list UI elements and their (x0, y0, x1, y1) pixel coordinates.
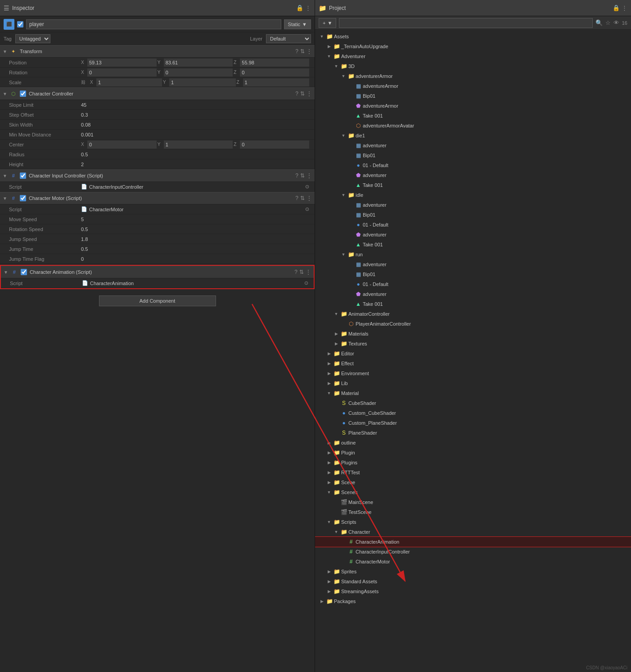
tree-item-bip01-1[interactable]: ▦Bip01 (315, 91, 631, 101)
tree-item-custom-plane-shader[interactable]: ●Custom_PlaneShader (315, 418, 631, 428)
tree-item-terrain-auto-upgrade[interactable]: ▶📁_TerrainAutoUpgrade (315, 41, 631, 51)
object-name-input[interactable] (26, 19, 281, 29)
rotation-y-input[interactable] (164, 68, 233, 77)
scale-x-input[interactable] (96, 78, 162, 86)
cm-checkbox[interactable] (20, 195, 26, 201)
tree-item-scene[interactable]: ▶📁Scene (315, 477, 631, 487)
tree-item-animator-controller[interactable]: ▼📁AnimatorController (315, 309, 631, 319)
scale-z-input[interactable] (243, 78, 310, 86)
transform-help-icon[interactable]: ? (295, 48, 298, 54)
layer-dropdown[interactable]: Default (266, 34, 311, 43)
ca-checkbox[interactable] (21, 269, 27, 275)
tag-dropdown[interactable]: Untagged (15, 34, 50, 43)
ca-menu-icon[interactable]: ⋮ (306, 269, 311, 275)
tree-item-character-motor[interactable]: #CharacterMotor (315, 557, 631, 567)
position-z-input[interactable] (240, 59, 309, 67)
character-motor-header[interactable]: ▼ # Character Motor (Script) ? ⇅ ⋮ (0, 192, 315, 204)
tree-item-die1[interactable]: ▼📁die1 (315, 131, 631, 141)
tree-item-idle[interactable]: ▼📁idle (315, 190, 631, 200)
search-icon[interactable]: 🔍 (595, 19, 603, 26)
character-animation-header[interactable]: ▼ # Character Animation (Script) ? ⇅ ⋮ (1, 266, 314, 278)
project-menu-icon[interactable]: ⋮ (622, 5, 627, 11)
tree-item-01-default-2[interactable]: ●01 - Default (315, 220, 631, 230)
tree-item-adventure-armor-mat[interactable]: ⬟adventureArmor (315, 101, 631, 111)
cic-settings-icon[interactable]: ⇅ (300, 173, 305, 179)
tree-item-test-scene[interactable]: 🎬TestScene (315, 507, 631, 517)
transform-settings-icon[interactable]: ⇅ (300, 48, 305, 54)
static-button[interactable]: Static ▼ (284, 19, 311, 29)
tree-item-outline[interactable]: ▶📁outline (315, 438, 631, 448)
tree-item-scenes[interactable]: ▼📁Scenes (315, 487, 631, 497)
tree-item-lib[interactable]: ▶📁Lib (315, 378, 631, 388)
tree-item-adventurer-armor[interactable]: ▼📁adventurerArmor (315, 71, 631, 81)
tree-item-adventure-armor-mesh[interactable]: ▦adventureArmor (315, 81, 631, 91)
tree-item-run[interactable]: ▼📁run (315, 250, 631, 259)
tree-item-materials[interactable]: ▶📁Materials (315, 329, 631, 339)
tree-item-rtttest[interactable]: ▶📁RTTTest (315, 468, 631, 477)
tree-item-bip01-3[interactable]: ▦Bip01 (315, 210, 631, 220)
tree-item-cube-shader[interactable]: SCubeShader (315, 398, 631, 408)
center-y-input[interactable] (164, 141, 233, 149)
tree-item-character-input-controller[interactable]: #CharacterInputController (315, 547, 631, 557)
object-active-checkbox[interactable] (17, 21, 23, 27)
tree-item-bip01-2[interactable]: ▦Bip01 (315, 150, 631, 160)
tree-item-effect[interactable]: ▶📁Effect (315, 359, 631, 368)
cm-settings-icon[interactable]: ⇅ (300, 195, 305, 201)
ca-help-icon[interactable]: ? (294, 269, 297, 275)
tree-item-bip01-4[interactable]: ▦Bip01 (315, 269, 631, 279)
tree-item-character-animation[interactable]: #CharacterAnimation (315, 537, 631, 547)
tree-item-scripts[interactable]: ▼📁Scripts (315, 517, 631, 527)
tree-item-take001-2[interactable]: ▲Take 001 (315, 180, 631, 190)
tree-item-custom-cube-shader[interactable]: ●Custom_CubeShader (315, 408, 631, 418)
tree-item-adventurer-armor-avatar[interactable]: ⬡adventurerArmorAvatar (315, 121, 631, 131)
tree-item-adventurer[interactable]: ▼📁Adventurer (315, 51, 631, 61)
add-component-button[interactable]: Add Component (99, 295, 216, 306)
transform-menu-icon[interactable]: ⋮ (306, 48, 312, 54)
tree-item-editor[interactable]: ▶📁Editor (315, 349, 631, 359)
tree-item-textures[interactable]: ▶📁Textures (315, 339, 631, 349)
tree-item-character-folder[interactable]: ▼📁Character (315, 527, 631, 537)
project-lock-icon[interactable]: 🔒 (613, 5, 620, 11)
tree-item-material[interactable]: ▼📁Material (315, 388, 631, 398)
character-input-controller-header[interactable]: ▼ # Character Input Controller (Script) … (0, 169, 315, 182)
project-search-input[interactable] (339, 18, 592, 28)
eye-icon[interactable]: 👁 (613, 19, 619, 26)
cc-settings-icon[interactable]: ⇅ (300, 91, 305, 97)
tree-item-packages[interactable]: ▶📁Packages (315, 596, 631, 606)
tree-item-adventurer-2[interactable]: ▦adventurer (315, 200, 631, 210)
rotation-x-input[interactable] (87, 68, 157, 77)
cic-target-icon[interactable]: ⊙ (305, 184, 309, 190)
character-controller-header[interactable]: ▼ ⬡ Character Controller ? ⇅ ⋮ (0, 87, 315, 100)
ca-target-icon[interactable]: ⊙ (304, 280, 308, 286)
cc-help-icon[interactable]: ? (295, 91, 298, 97)
tree-item-adventurer-3[interactable]: ▦adventurer (315, 259, 631, 269)
tree-item-sprites[interactable]: ▶📁Sprites (315, 567, 631, 577)
scale-y-input[interactable] (169, 78, 236, 86)
tree-item-standard-assets[interactable]: ▶📁Standard Assets (315, 577, 631, 586)
tree-item-01-default[interactable]: ●01 - Default (315, 160, 631, 170)
cm-menu-icon[interactable]: ⋮ (306, 195, 312, 201)
tree-item-plugin[interactable]: ▶📁Plugin (315, 448, 631, 458)
tree-item-take001-1[interactable]: ▲Take 001 (315, 111, 631, 121)
tree-item-take001-4[interactable]: ▲Take 001 (315, 299, 631, 309)
tree-item-assets[interactable]: ▼📁Assets (315, 32, 631, 41)
tree-item-adventurer-mat1[interactable]: ⬟adventurer (315, 170, 631, 180)
character-controller-checkbox[interactable] (20, 91, 26, 97)
tree-item-player-animator[interactable]: ⬡PlayerAnimatorController (315, 319, 631, 329)
tree-item-3d[interactable]: ▼📁3D (315, 61, 631, 71)
tree-item-streaming-assets[interactable]: ▶📁StreamingAssets (315, 586, 631, 596)
position-y-input[interactable] (164, 59, 233, 67)
tree-item-environment[interactable]: ▶📁Environment (315, 368, 631, 378)
tree-item-adventurer-1[interactable]: ▦adventurer (315, 141, 631, 150)
tree-item-plugins[interactable]: ▶📁Plugins (315, 458, 631, 468)
menu-icon[interactable]: ⋮ (305, 5, 311, 11)
cic-menu-icon[interactable]: ⋮ (306, 173, 312, 179)
tree-item-take001-3[interactable]: ▲Take 001 (315, 240, 631, 250)
tree-item-01-default-3[interactable]: ●01 - Default (315, 279, 631, 289)
cic-checkbox[interactable] (20, 173, 26, 179)
center-z-input[interactable] (240, 141, 309, 149)
center-x-input[interactable] (87, 141, 157, 149)
position-x-input[interactable] (87, 59, 157, 67)
favorite-icon[interactable]: ☆ (605, 19, 611, 26)
tree-item-plane-shader[interactable]: SPlaneShader (315, 428, 631, 438)
